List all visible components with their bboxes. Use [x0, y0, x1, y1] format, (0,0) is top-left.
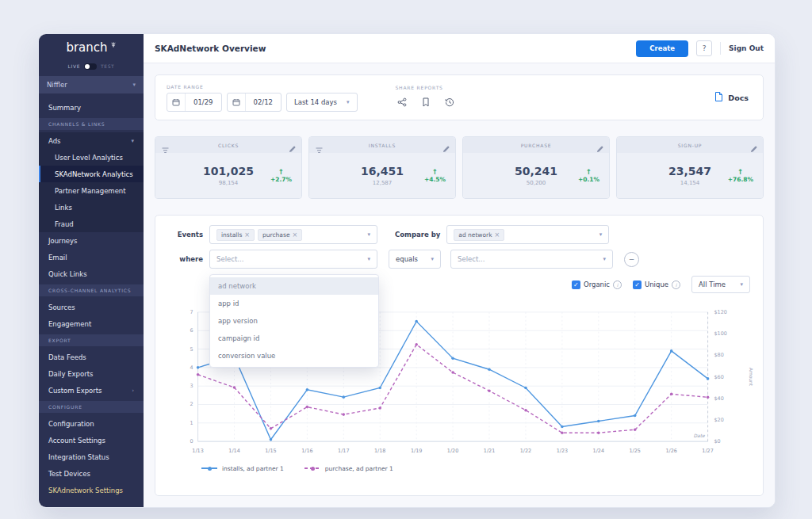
dropdown-option-app-id[interactable]: app id [210, 295, 378, 312]
live-test-toggle[interactable] [84, 63, 97, 70]
dropdown-option-ad-network[interactable]: ad network [210, 277, 378, 295]
sidebar-item-skadnetwork-analytics[interactable]: SKAdNetwork Analytics [39, 166, 144, 182]
chevron-down-icon: ▾ [431, 256, 434, 262]
sidebar: branch LIVE TEST Niffler ▾ Summary CHANN… [39, 34, 144, 507]
legend-dashed-swatch [304, 467, 320, 469]
workspace-name: Niffler [47, 81, 67, 89]
metric-value: 101,025 [203, 165, 254, 177]
compare-by-select[interactable]: ad network × ▾ [446, 225, 609, 244]
info-icon[interactable]: i [672, 280, 680, 289]
docs-icon [714, 92, 723, 104]
sidebar-item-account-settings[interactable]: Account Settings [39, 432, 144, 448]
sidebar-item-partner-management[interactable]: Partner Management [39, 182, 144, 199]
organic-checkbox[interactable]: ✓ Organic i [572, 280, 622, 289]
bookmark-icon[interactable] [419, 96, 432, 109]
start-date-value: 01/29 [186, 98, 221, 106]
checkbox-checked-icon[interactable]: ✓ [633, 280, 642, 289]
remove-tag-icon[interactable]: × [495, 231, 500, 239]
sidebar-item-sources[interactable]: Sources [39, 299, 144, 315]
sidebar-item-test-devices[interactable]: Test Devices [39, 465, 144, 482]
svg-text:5: 5 [190, 346, 193, 353]
top-bar-actions: Create ? Sign Out [636, 40, 764, 57]
chevron-down-icon: ▾ [132, 82, 136, 88]
branch-logo: branch [39, 34, 144, 61]
workspace-selector[interactable]: Niffler ▾ [39, 76, 144, 93]
share-icon[interactable] [396, 96, 408, 109]
chevron-down-icon: ▾ [131, 138, 134, 144]
sidebar-item-engagement[interactable]: Engagement [39, 315, 144, 332]
start-date-input[interactable]: 01/29 [167, 93, 222, 112]
metric-label: SIGN-UP [678, 143, 703, 148]
remove-tag-icon[interactable]: × [293, 231, 298, 239]
events-select[interactable]: installs × purchase × ▾ [209, 225, 377, 244]
metric-label: INSTALLS [369, 143, 396, 148]
sidebar-item-ads[interactable]: Ads▾ [39, 132, 144, 149]
metric-value: 50,241 [515, 165, 557, 177]
svg-text:1/19: 1/19 [411, 448, 422, 454]
dropdown-option-app-version[interactable]: app version [210, 312, 378, 330]
calendar-icon[interactable] [228, 93, 246, 111]
metric-delta: ↑ +4.5% [424, 168, 446, 184]
help-button[interactable]: ? [696, 40, 712, 56]
chart-legend: installs, ad partner 1 purchase, ad part… [201, 465, 753, 472]
operator-select[interactable]: equals ▾ [389, 250, 441, 269]
sidebar-item-summary[interactable]: Summary [39, 99, 144, 116]
sidebar-item-user-level-analytics[interactable]: User Level Analytics [39, 149, 144, 166]
environment-switch-row: LIVE TEST [39, 61, 144, 71]
where-value-select[interactable]: Select... ▾ [450, 250, 613, 269]
sign-out-button[interactable]: Sign Out [729, 44, 764, 52]
up-arrow-icon: ↑ [586, 168, 592, 177]
svg-text:$40: $40 [714, 395, 724, 402]
docs-link[interactable]: Docs [714, 92, 749, 104]
metric-card-installs: INSTALLS 16,451 12,587 ↑ +4.5% [308, 136, 456, 199]
metric-label: CLICKS [218, 143, 239, 148]
svg-text:1/14: 1/14 [228, 448, 239, 454]
where-field-select[interactable]: Select... ▾ [209, 250, 377, 269]
sidebar-item-email[interactable]: Email [39, 249, 144, 265]
chevron-down-icon: ▾ [367, 256, 370, 262]
dropdown-option-conversion-value[interactable]: conversion value [210, 347, 378, 364]
svg-text:1: 1 [190, 420, 193, 426]
create-button[interactable]: Create [636, 40, 688, 57]
svg-text:1/22: 1/22 [520, 448, 531, 454]
end-date-input[interactable]: 02/12 [227, 93, 282, 112]
sidebar-section-export: EXPORT [39, 334, 144, 346]
event-tag[interactable]: purchase × [258, 229, 302, 241]
svg-text:6: 6 [190, 327, 193, 334]
sidebar-item-quick-links[interactable]: Quick Links [39, 265, 144, 282]
unique-checkbox[interactable]: ✓ Unique i [633, 280, 680, 289]
event-tag[interactable]: installs × [216, 229, 255, 241]
where-filter-row: where Select... ▾ equals ▾ Select... ▾ − [165, 250, 753, 269]
sidebar-item-fraud[interactable]: Fraud [39, 216, 144, 232]
events-filter-row: Events installs × purchase × ▾ Compare b… [165, 225, 753, 244]
sidebar-item-skadnetwork-settings[interactable]: SKAdnetwork Settings [39, 482, 144, 498]
page-title: SKAdNetwork Overview [155, 44, 266, 53]
sidebar-item-journeys[interactable]: Journeys [39, 232, 144, 249]
sidebar-item-custom-exports[interactable]: Custom Exports› [39, 382, 144, 399]
svg-text:1/25: 1/25 [630, 448, 641, 454]
where-label: where [165, 255, 203, 263]
metric-delta: ↑ +76.8% [728, 168, 753, 184]
sidebar-item-data-feeds[interactable]: Data Feeds [39, 349, 144, 365]
remove-filter-button[interactable]: − [624, 252, 639, 267]
history-icon[interactable] [443, 96, 456, 109]
checkbox-checked-icon[interactable]: ✓ [572, 280, 580, 289]
legend-item-installs: installs, ad partner 1 [201, 465, 284, 472]
info-icon[interactable]: i [613, 280, 622, 289]
date-range-panel: DATE RANGE 01/29 02/12 [155, 74, 764, 120]
compare-tag[interactable]: ad network × [454, 229, 504, 241]
calendar-icon[interactable] [167, 93, 186, 111]
sidebar-item-integration-status[interactable]: Integration Status [39, 448, 144, 465]
dropdown-option-campaign-id[interactable]: campaign id [210, 330, 378, 347]
docs-label: Docs [728, 93, 749, 102]
up-arrow-icon: ↑ [278, 168, 285, 177]
sidebar-item-daily-exports[interactable]: Daily Exports [39, 365, 144, 382]
date-preset-select[interactable]: Last 14 days ▾ [286, 93, 358, 112]
time-range-select[interactable]: All Time ▾ [691, 276, 750, 293]
svg-text:$20: $20 [714, 417, 724, 423]
sidebar-item-configuration[interactable]: Configuration [39, 415, 144, 432]
remove-tag-icon[interactable]: × [244, 231, 250, 239]
compare-by-label: Compare by [395, 231, 440, 239]
sidebar-item-links[interactable]: Links [39, 199, 144, 216]
content: DATE RANGE 01/29 02/12 [144, 63, 775, 507]
